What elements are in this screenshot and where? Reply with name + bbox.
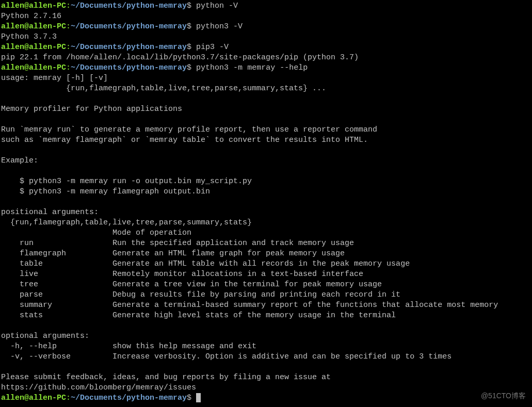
prompt-user-host: allen@allen-PC (1, 43, 66, 52)
command-text: python -V (191, 2, 238, 10)
output-text: summary Generate a terminal-based summar… (1, 301, 498, 310)
terminal-line: summary Generate a terminal-based summar… (1, 300, 531, 311)
prompt-path: ~/Documents/python-memray (71, 22, 187, 31)
terminal-line: -h, --help show this help message and ex… (1, 341, 531, 352)
terminal-line: Python 3.7.3 (1, 32, 531, 42)
terminal-line: usage: memray [-h] [-v] (1, 73, 531, 84)
terminal-line: allen@allen-PC:~/Documents/python-memray… (1, 22, 531, 32)
terminal-line: Please submit feedback, ideas, and bug r… (1, 372, 531, 383)
output-text: $ python3 -m memray flamegraph output.bi… (1, 187, 210, 196)
terminal-line: allen@allen-PC:~/Documents/python-memray… (1, 1, 531, 11)
output-text (1, 321, 6, 330)
terminal-line: $ python3 -m memray flamegraph output.bi… (1, 187, 531, 197)
output-text: pip 22.1 from /home/allen/.local/lib/pyt… (1, 53, 359, 62)
prompt-colon: : (66, 22, 71, 31)
watermark-text: @51CTO博客 (481, 390, 526, 401)
terminal-line: live Remotely monitor allocations in a t… (1, 269, 531, 280)
output-text: stats Generate high level stats of the m… (1, 311, 396, 320)
prompt-dollar: $ (187, 22, 191, 31)
command-text: python3 -m memray --help (191, 63, 308, 72)
prompt-path: ~/Documents/python-memray (71, 394, 187, 402)
terminal-line: table Generate an HTML table with all re… (1, 259, 531, 269)
output-text (1, 363, 6, 371)
prompt-path: ~/Documents/python-memray (71, 63, 187, 72)
terminal-line: allen@allen-PC:~/Documents/python-memray… (1, 42, 531, 53)
terminal-line: flamegraph Generate an HTML flame graph … (1, 249, 531, 259)
output-text: tree Generate a tree view in the termina… (1, 280, 382, 289)
prompt-user-host: allen@allen-PC (1, 2, 66, 10)
terminal-line: {run,flamegraph,table,live,tree,parse,su… (1, 84, 531, 94)
prompt-dollar: $ (187, 394, 191, 402)
prompt-path: ~/Documents/python-memray (71, 2, 187, 10)
terminal-line: Mode of operation (1, 228, 531, 238)
output-text (1, 198, 6, 206)
command-text: python3 -V (191, 22, 243, 31)
command-text: pip3 -V (191, 43, 229, 52)
terminal-line (1, 362, 531, 372)
terminal-line: allen@allen-PC:~/Documents/python-memray… (1, 63, 531, 73)
output-text (1, 94, 6, 103)
terminal-line (1, 145, 531, 156)
prompt-dollar: $ (187, 2, 191, 10)
prompt-dollar: $ (187, 63, 191, 72)
output-text: {run,flamegraph,table,live,tree,parse,su… (1, 84, 326, 93)
output-text: Please submit feedback, ideas, and bug r… (1, 373, 331, 382)
terminal-line: positional arguments: (1, 207, 531, 218)
output-text: $ python3 -m memray run -o output.bin my… (1, 177, 252, 186)
terminal-line: parse Debug a results file by parsing an… (1, 290, 531, 300)
terminal-line: allen@allen-PC:~/Documents/python-memray… (1, 393, 531, 403)
terminal-line: Memory profiler for Python applications (1, 104, 531, 115)
output-text: -v, --verbose Increase verbosity. Option… (1, 352, 452, 361)
output-text: usage: memray [-h] [-v] (1, 74, 108, 83)
cursor-icon[interactable] (196, 393, 201, 402)
terminal-line: Run `memray run` to generate a memory pr… (1, 125, 531, 135)
command-text (191, 394, 196, 402)
prompt-user-host: allen@allen-PC (1, 394, 66, 402)
output-text (1, 146, 6, 155)
output-text: optional arguments: (1, 332, 89, 340)
output-text: Python 2.7.16 (1, 12, 61, 21)
prompt-user-host: allen@allen-PC (1, 22, 66, 31)
output-text (1, 115, 6, 124)
terminal-line: tree Generate a tree view in the termina… (1, 280, 531, 290)
output-text: {run,flamegraph,table,live,tree,parse,su… (1, 218, 252, 227)
output-text: table Generate an HTML table with all re… (1, 259, 410, 268)
terminal-line (1, 197, 531, 207)
terminal-line (1, 166, 531, 176)
output-text: Example: (1, 156, 38, 165)
prompt-colon: : (66, 2, 71, 10)
output-text: parse Debug a results file by parsing an… (1, 290, 400, 299)
output-text (1, 167, 6, 175)
terminal-line (1, 94, 531, 104)
terminal-line: optional arguments: (1, 331, 531, 341)
terminal-line (1, 321, 531, 331)
output-text: run Run the specified application and tr… (1, 239, 354, 248)
terminal-output[interactable]: allen@allen-PC:~/Documents/python-memray… (1, 1, 531, 403)
prompt-colon: : (66, 394, 71, 402)
terminal-line: run Run the specified application and tr… (1, 238, 531, 249)
output-text: positional arguments: (1, 208, 99, 217)
output-text: Mode of operation (1, 229, 191, 237)
output-text: flamegraph Generate an HTML flame graph … (1, 249, 345, 258)
terminal-line: Example: (1, 156, 531, 166)
output-text: https://github.com/bloomberg/memray/issu… (1, 383, 196, 392)
output-text: live Remotely monitor allocations in a t… (1, 270, 363, 279)
prompt-path: ~/Documents/python-memray (71, 43, 187, 52)
prompt-colon: : (66, 43, 71, 52)
terminal-line (1, 115, 531, 125)
terminal-line: Python 2.7.16 (1, 11, 531, 22)
terminal-line: $ python3 -m memray run -o output.bin my… (1, 176, 531, 187)
terminal-line: -v, --verbose Increase verbosity. Option… (1, 352, 531, 362)
prompt-colon: : (66, 63, 71, 72)
output-text: Run `memray run` to generate a memory pr… (1, 125, 377, 134)
terminal-line: https://github.com/bloomberg/memray/issu… (1, 383, 531, 393)
terminal-line: pip 22.1 from /home/allen/.local/lib/pyt… (1, 53, 531, 63)
prompt-dollar: $ (187, 43, 191, 52)
output-text: such as `memray flamegraph` or `memray t… (1, 136, 368, 144)
terminal-line: {run,flamegraph,table,live,tree,parse,su… (1, 218, 531, 228)
output-text: Memory profiler for Python applications (1, 105, 182, 113)
prompt-user-host: allen@allen-PC (1, 63, 66, 72)
terminal-line: stats Generate high level stats of the m… (1, 311, 531, 321)
output-text: Python 3.7.3 (1, 32, 57, 41)
terminal-line: such as `memray flamegraph` or `memray t… (1, 135, 531, 145)
